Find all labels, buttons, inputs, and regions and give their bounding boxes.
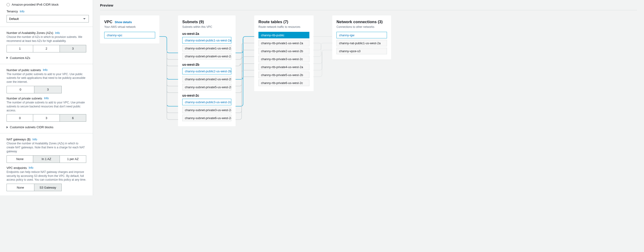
az-help: Choose the number of AZs in which to pro…	[6, 35, 86, 43]
show-details-link[interactable]: Show details	[115, 21, 132, 24]
private-subnets-option-0[interactable]: 0	[6, 114, 33, 122]
route-table-node[interactable]: channy-rtb-private2-us-west-2b	[258, 48, 310, 54]
ipv6-radio-label: Amazon-provided IPv6 CIDR block	[12, 3, 59, 6]
tenancy-select[interactable]: Default	[6, 15, 89, 23]
public-subnets-option-0[interactable]: 0	[6, 86, 34, 93]
subnet-node[interactable]: channy-subnet-public3-us-west-2c	[182, 99, 231, 105]
route-table-node[interactable]: channy-rtb-private1-us-west-2a	[258, 40, 310, 46]
network-connection-node[interactable]: channy-vpce-s3	[336, 48, 387, 54]
customize-cidr-toggle[interactable]: Customize subnets CIDR blocks	[6, 125, 86, 129]
subnets-panel-sub: Subnets within this VPC	[182, 25, 231, 29]
nat-segmented: None In 1 AZ 1 per AZ	[6, 155, 86, 163]
public-subnets-help: The number of public subnets to add to y…	[6, 72, 86, 84]
az-info-link[interactable]: Info	[55, 31, 60, 35]
config-sidebar: Amazon-provided IPv6 CIDR block Tenancy …	[0, 0, 93, 195]
network-connection-node[interactable]: channy-nat-public1-us-west-2a	[336, 40, 387, 46]
vpc-node[interactable]: channy-vpc	[104, 32, 155, 38]
nat-option-1az[interactable]: In 1 AZ	[33, 155, 60, 163]
private-subnets-option-6[interactable]: 6	[60, 114, 86, 122]
route-table-node[interactable]: channy-rtb-private4-us-west-2a	[258, 64, 310, 70]
nat-info-link[interactable]: Info	[32, 138, 37, 141]
private-subnets-info-link[interactable]: Info	[44, 97, 48, 100]
vpce-option-s3[interactable]: S3 Gateway	[34, 184, 62, 191]
vpce-segmented: None S3 Gateway	[6, 184, 62, 191]
subnet-node[interactable]: channy-subnet-private3-us-west-2c	[182, 107, 231, 113]
rt-panel-sub: Route network traffic to resources	[258, 25, 310, 29]
vpce-option-none[interactable]: None	[6, 184, 34, 191]
tenancy-info-link[interactable]: Info	[20, 10, 24, 13]
private-subnets-help: The number of private subnets to add to …	[6, 101, 86, 112]
subnet-node[interactable]: channy-subnet-private1-us-west-2a	[182, 45, 231, 52]
rt-panel-title: Route tables (7)	[258, 20, 288, 24]
az-option-1[interactable]: 1	[6, 45, 33, 52]
private-subnets-title: Number of private subnets	[6, 97, 42, 100]
az-label: us-west-2a	[182, 32, 231, 36]
private-subnets-segmented: 0 3 6	[6, 114, 86, 122]
customize-azs-toggle[interactable]: Customize AZs	[6, 56, 86, 60]
vpc-panel-title: VPC	[104, 20, 112, 24]
subnet-node[interactable]: channy-subnet-private6-us-west-2c	[182, 115, 231, 121]
subnets-panel: Subnets (9) Subnets within this VPC us-w…	[178, 16, 236, 126]
connector-subnets-rt	[241, 16, 249, 126]
preview-heading: Preview	[100, 3, 637, 7]
nc-panel-title: Network connections (3)	[336, 20, 382, 24]
public-subnets-segmented: 0 3	[6, 86, 62, 93]
route-tables-panel: Route tables (7) Route network traffic t…	[254, 16, 314, 91]
network-connection-node[interactable]: channy-igw	[336, 32, 387, 38]
connector-rt-nc	[319, 16, 327, 126]
az-segmented: 1 2 3	[6, 45, 86, 52]
nat-title: NAT gateways ($)	[6, 138, 30, 141]
route-table-node[interactable]: channy-rtb-public	[258, 32, 310, 38]
vpce-help: Endpoints can help reduce NAT gateway ch…	[6, 170, 86, 182]
vpc-panel-sub: Your AWS virtual network	[104, 25, 155, 29]
route-table-node[interactable]: channy-rtb-private6-us-west-2c	[258, 80, 310, 86]
public-subnets-info-link[interactable]: Info	[43, 68, 48, 72]
nat-help: Choose the number of Availability Zones …	[6, 142, 86, 153]
vpce-title: VPC endpoints	[6, 166, 27, 170]
preview-area: Preview VPC Show details Your AWS virtua…	[93, 0, 644, 195]
route-table-node[interactable]: channy-rtb-private3-us-west-2c	[258, 56, 310, 62]
az-label: us-west-2b	[182, 63, 231, 67]
private-subnets-option-3[interactable]: 3	[33, 114, 60, 122]
vpce-info-link[interactable]: Info	[29, 166, 34, 169]
subnet-node[interactable]: channy-subnet-private4-us-west-2a	[182, 53, 231, 59]
network-connections-panel: Network connections (3) Connections to o…	[332, 16, 391, 59]
subnets-panel-title: Subnets (9)	[182, 20, 204, 24]
public-subnets-title: Number of public subnets	[6, 68, 41, 72]
subnet-node[interactable]: channy-subnet-private5-us-west-2b	[182, 84, 231, 90]
connector-vpc-subnets	[164, 16, 173, 126]
nat-option-none[interactable]: None	[6, 155, 33, 163]
nc-panel-sub: Connections to other networks	[336, 25, 387, 29]
az-title: Number of Availability Zones (AZs)	[6, 31, 53, 35]
ipv6-radio[interactable]	[6, 3, 10, 6]
az-option-2[interactable]: 2	[33, 45, 60, 52]
public-subnets-option-3[interactable]: 3	[34, 86, 62, 93]
vpc-panel: VPC Show details Your AWS virtual networ…	[100, 16, 159, 44]
route-table-node[interactable]: channy-rtb-private5-us-west-2b	[258, 72, 310, 78]
chevron-right-icon	[6, 126, 8, 128]
az-label: us-west-2c	[182, 94, 231, 97]
chevron-right-icon	[6, 57, 8, 59]
nat-option-peraz[interactable]: 1 per AZ	[60, 155, 86, 163]
subnet-node[interactable]: channy-subnet-public1-us-west-2a	[182, 37, 231, 44]
az-option-3[interactable]: 3	[60, 45, 86, 52]
subnet-node[interactable]: channy-subnet-public2-us-west-2b	[182, 68, 231, 74]
subnet-node[interactable]: channy-subnet-private2-us-west-2b	[182, 76, 231, 82]
tenancy-label: Tenancy	[6, 10, 18, 13]
